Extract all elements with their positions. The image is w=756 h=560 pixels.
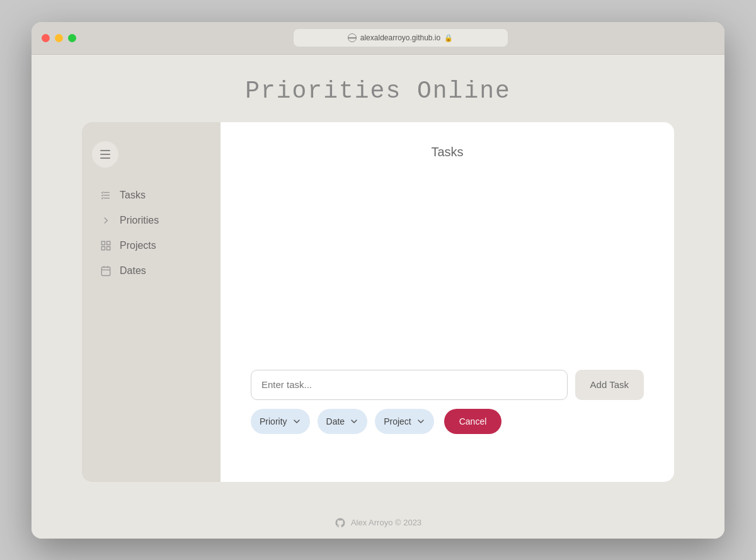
sidebar-item-dates-label: Dates bbox=[120, 265, 146, 277]
github-icon bbox=[335, 517, 346, 529]
footer: Alex Arroyo © 2023 bbox=[32, 507, 724, 539]
task-input-row: Add Task bbox=[251, 370, 644, 400]
project-dropdown[interactable]: Project bbox=[375, 409, 434, 434]
maximize-button[interactable] bbox=[68, 34, 76, 42]
sidebar: Tasks Priorities bbox=[82, 122, 220, 482]
url-text: alexaldearroyo.github.io bbox=[360, 33, 440, 42]
projects-icon bbox=[100, 239, 112, 252]
dates-icon bbox=[100, 265, 112, 277]
sidebar-item-projects-label: Projects bbox=[120, 240, 156, 251]
browser-titlebar: alexaldearroyo.github.io 🔒 bbox=[32, 22, 724, 55]
add-task-button[interactable]: Add Task bbox=[575, 370, 644, 400]
task-form: Add Task Priority bbox=[251, 370, 644, 434]
hamburger-icon bbox=[100, 150, 110, 159]
footer-text: Alex Arroyo © 2023 bbox=[351, 518, 421, 527]
traffic-lights bbox=[42, 34, 76, 42]
nav-items: Tasks Priorities bbox=[82, 183, 220, 283]
sidebar-item-tasks[interactable]: Tasks bbox=[92, 183, 210, 208]
address-bar: alexaldearroyo.github.io 🔒 bbox=[294, 29, 508, 47]
filter-row: Priority Date bbox=[251, 409, 644, 434]
close-button[interactable] bbox=[42, 34, 50, 42]
lock-icon: 🔒 bbox=[444, 34, 453, 42]
sidebar-item-tasks-label: Tasks bbox=[120, 190, 146, 201]
tasks-icon bbox=[100, 189, 112, 202]
priority-chevron-icon bbox=[292, 417, 301, 426]
priority-dropdown[interactable]: Priority bbox=[251, 409, 310, 434]
browser-window: alexaldearroyo.github.io 🔒 Priorities On… bbox=[32, 22, 724, 539]
sidebar-item-dates[interactable]: Dates bbox=[92, 258, 210, 283]
app-body: Tasks Priorities bbox=[32, 122, 724, 507]
main-panel: Tasks Add Task Priority bbox=[220, 122, 674, 482]
date-dropdown[interactable]: Date bbox=[318, 409, 368, 434]
project-chevron-icon bbox=[416, 417, 425, 426]
sidebar-item-priorities-label: Priorities bbox=[120, 215, 159, 226]
app-title: Priorities Online bbox=[32, 77, 724, 105]
cancel-button[interactable]: Cancel bbox=[444, 409, 502, 434]
app-header: Priorities Online bbox=[32, 55, 724, 122]
browser-content: Priorities Online bbox=[32, 55, 724, 539]
sidebar-menu-button[interactable] bbox=[92, 141, 118, 168]
priority-label: Priority bbox=[260, 416, 287, 426]
priorities-icon bbox=[100, 214, 112, 227]
sidebar-item-projects[interactable]: Projects bbox=[92, 233, 210, 258]
minimize-button[interactable] bbox=[55, 34, 63, 42]
globe-icon bbox=[348, 33, 357, 42]
svg-rect-3 bbox=[101, 267, 110, 276]
project-label: Project bbox=[384, 416, 411, 426]
date-label: Date bbox=[326, 416, 345, 426]
date-chevron-icon bbox=[350, 417, 358, 426]
panel-title: Tasks bbox=[251, 145, 644, 159]
sidebar-item-priorities[interactable]: Priorities bbox=[92, 208, 210, 233]
task-input[interactable] bbox=[251, 370, 568, 400]
